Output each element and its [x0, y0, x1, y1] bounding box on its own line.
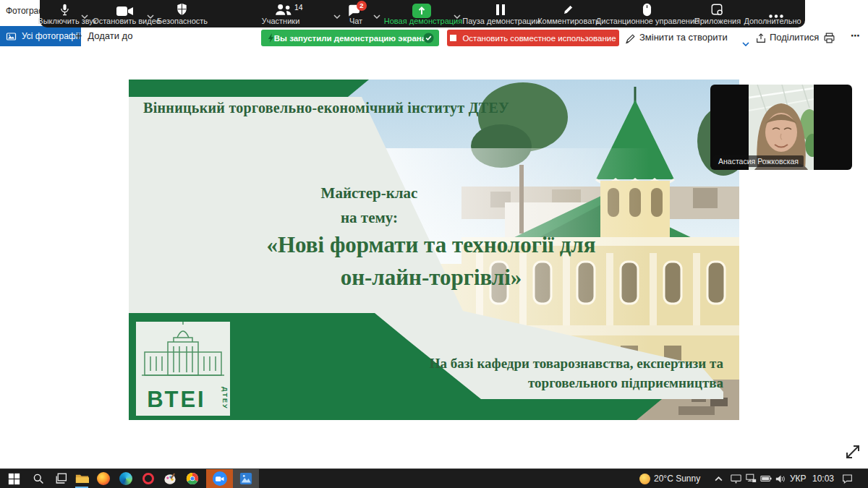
- language-indicator[interactable]: УКР: [790, 474, 807, 484]
- slide-subtitle: Майстер-клас на тему:: [241, 181, 498, 230]
- chevron-down-icon: [742, 36, 749, 49]
- add-to-button[interactable]: + Додати до: [75, 30, 132, 41]
- stop-share-button[interactable]: Остановить совместное использование: [447, 30, 619, 46]
- stop-video-button[interactable]: Остановить видео: [93, 17, 161, 25]
- remote-control-button[interactable]: Дистанционное управление: [596, 17, 699, 25]
- bolt-icon: [267, 33, 275, 45]
- chat-button[interactable]: Чат: [349, 17, 362, 25]
- zoom-app-icon[interactable]: [206, 469, 233, 488]
- photos-app-icon[interactable]: [233, 469, 259, 488]
- edge-icon[interactable]: [118, 471, 134, 486]
- new-share-button[interactable]: Новая демонстрация: [384, 17, 462, 25]
- zoom-toolbar: Выключить звук Остановить видео Безопасн…: [40, 0, 805, 27]
- cast-screen-icon[interactable]: [728, 471, 744, 486]
- slide-main-title: «Нові формати та технології для он-лайн-…: [214, 228, 648, 294]
- hidden-icons-chevron[interactable]: [710, 471, 726, 486]
- participants-button[interactable]: Участники: [262, 17, 300, 25]
- expand-arrow-icon[interactable]: [841, 440, 865, 464]
- slide-footer-line1: На базі кафедри товарознавства, експерти…: [362, 354, 723, 373]
- share-banner-message: Вы запустили демонстрацию экрана: [274, 34, 426, 43]
- edit-pen-icon: [625, 33, 636, 46]
- search-icon[interactable]: [30, 471, 46, 486]
- slide-subtitle-line1: Майстер-клас: [241, 181, 498, 205]
- stop-share-label: Остановить совместное использование: [462, 34, 616, 43]
- photos-icon: [6, 31, 17, 42]
- weather-status[interactable]: 20°C Sunny: [654, 474, 700, 484]
- edit-create-button[interactable]: Змінити та створити: [639, 32, 728, 43]
- add-to-label: Додати до: [88, 30, 132, 41]
- new-share-icon[interactable]: [412, 4, 431, 18]
- share-banner: Вы запустили демонстрацию экрана: [261, 30, 439, 46]
- slide-footer-line2: торговельного підприємництва: [362, 373, 723, 393]
- file-explorer-icon[interactable]: [74, 471, 90, 486]
- slide-institute-title: Вінницький торговельно-економічний інсти…: [143, 100, 642, 116]
- mute-chevron-icon[interactable]: [81, 9, 88, 13]
- share-button[interactable]: Поділитися: [770, 32, 819, 43]
- slide-title-line2: он-лайн-торгівлі»: [214, 261, 648, 294]
- participant-video-thumbnail[interactable]: Анастасия Рожковская: [710, 85, 852, 170]
- print-icon[interactable]: [823, 32, 835, 47]
- action-center-icon[interactable]: [839, 471, 855, 486]
- pause-share-button[interactable]: Пауза демонстрации: [462, 17, 540, 25]
- new-share-chevron-icon[interactable]: [454, 9, 461, 13]
- screen: Фотограф Усі фотографії + Додати до Змін…: [0, 0, 868, 488]
- video-chevron-icon[interactable]: [147, 9, 154, 13]
- participants-chevron-icon[interactable]: [333, 9, 341, 13]
- share-arrow-icon: [755, 33, 767, 47]
- apps-button[interactable]: Приложения: [694, 17, 741, 25]
- vtei-building-art: [136, 322, 230, 381]
- chat-badge: 2: [357, 1, 367, 11]
- slide-footer: На базі кафедри товарознавства, експерти…: [362, 354, 723, 393]
- participant-name-label: Анастасия Рожковская: [713, 155, 804, 167]
- paint3d-icon[interactable]: [162, 471, 178, 486]
- logo-text: ВТЕІ: [136, 387, 217, 413]
- presentation-slide: Вінницький торговельно-економічний інсти…: [129, 80, 739, 420]
- security-button[interactable]: Безопасность: [157, 17, 208, 25]
- windows-taskbar: 20°C Sunny УКР 10:03: [0, 468, 868, 488]
- pencil-icon[interactable]: [563, 4, 574, 18]
- check-circle-icon: [423, 33, 434, 45]
- chat-chevron-icon[interactable]: [373, 9, 380, 13]
- slide-subtitle-line2: на тему:: [241, 205, 498, 230]
- tab-all-photos[interactable]: Усі фотографії: [0, 26, 81, 46]
- volume-icon[interactable]: [773, 471, 788, 486]
- slide-title-line1: «Нові формати та технології для: [214, 228, 648, 261]
- firefox-icon[interactable]: [95, 471, 111, 486]
- vtei-logo: ВТЕІ ДТЕУ: [136, 322, 230, 416]
- tab-all-photos-label: Усі фотографії: [22, 31, 80, 41]
- more-options-button[interactable]: Дополнительно: [744, 17, 801, 25]
- chrome-icon[interactable]: [184, 471, 200, 486]
- plus-icon: +: [75, 31, 82, 41]
- annotate-button[interactable]: Комментировать: [537, 17, 600, 25]
- participants-count: 14: [294, 3, 303, 12]
- clock[interactable]: 10:03: [812, 474, 834, 484]
- weather-sun-icon[interactable]: [637, 471, 652, 486]
- logo-vertical-text: ДТЕУ: [221, 387, 229, 410]
- more-button[interactable]: ⋯: [851, 30, 860, 41]
- start-button[interactable]: [6, 471, 22, 486]
- stop-square-icon: [450, 35, 456, 41]
- battery-icon[interactable]: [758, 471, 774, 486]
- task-view-button[interactable]: [54, 471, 69, 486]
- network-icon[interactable]: [743, 471, 759, 486]
- opera-icon[interactable]: [140, 471, 156, 486]
- mute-button[interactable]: Выключить звук: [38, 17, 96, 25]
